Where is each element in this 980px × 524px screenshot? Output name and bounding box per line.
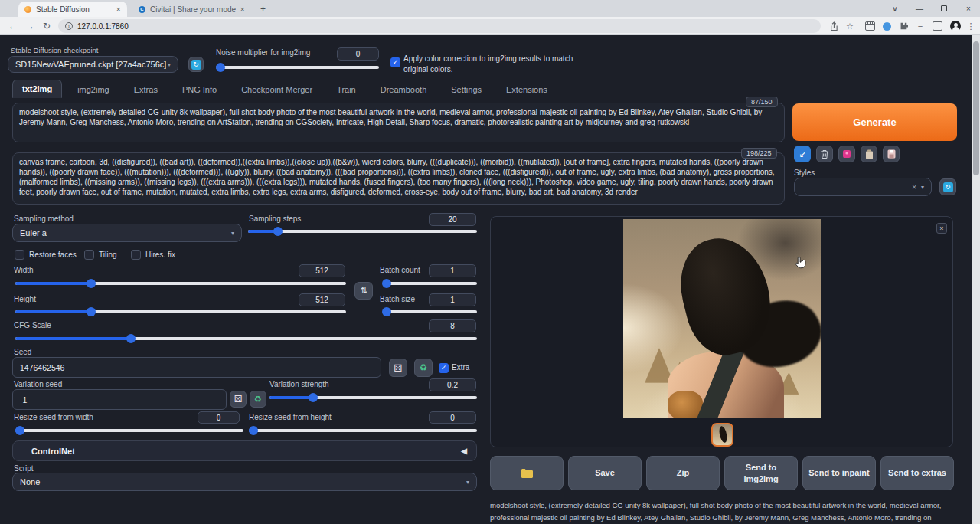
tab-dreambooth[interactable]: Dreambooth <box>371 81 436 98</box>
save-button[interactable]: Save <box>568 456 642 490</box>
clear-styles-icon[interactable]: × <box>912 183 916 192</box>
swap-width-height-button[interactable]: ⇅ <box>354 282 373 300</box>
script-dropdown[interactable]: None ▾ <box>12 473 477 491</box>
tiling-checkbox[interactable] <box>84 250 94 260</box>
sampling-steps-label: Sampling steps <box>249 215 301 223</box>
browser-menu-icon[interactable]: ⋮ <box>963 19 978 33</box>
page-scrollbar[interactable] <box>972 35 980 524</box>
window-minimize-button[interactable]: — <box>908 0 931 17</box>
random-seed-button[interactable]: ⚄ <box>389 359 407 377</box>
extra-seed-label: Extra <box>452 363 469 372</box>
apply-styles-button[interactable] <box>861 146 877 162</box>
bookmark-star-icon[interactable]: ☆ <box>842 19 858 33</box>
batch-count-input[interactable]: 1 <box>429 264 476 277</box>
batch-size-input[interactable]: 1 <box>429 293 476 306</box>
batch-count-slider[interactable] <box>383 282 477 285</box>
reuse-seed-button[interactable]: ♻ <box>414 359 433 377</box>
tab-extras[interactable]: Extras <box>125 81 167 98</box>
window-close-button[interactable]: × <box>957 0 980 17</box>
noise-multiplier-slider[interactable] <box>216 66 379 69</box>
controlnet-accordion[interactable]: ControlNet ◀ <box>12 440 477 461</box>
sampling-method-dropdown[interactable]: Euler a ▾ <box>12 224 242 242</box>
save-floppy-icon <box>887 149 896 159</box>
reuse-variation-seed-button[interactable]: ♻ <box>250 391 266 408</box>
extension-media-icon[interactable] <box>862 19 877 33</box>
sampling-steps-slider[interactable] <box>248 230 477 233</box>
width-slider[interactable] <box>15 282 346 285</box>
zip-button[interactable]: Zip <box>646 456 720 490</box>
negative-prompt-textarea[interactable]: canvas frame, cartoon, 3d, ((disfigured)… <box>12 152 785 205</box>
cfg-scale-slider[interactable] <box>15 337 477 340</box>
mouse-cursor-hand <box>795 256 807 273</box>
tab-extensions[interactable]: Extensions <box>497 81 557 98</box>
generation-info-text: modelshoot style, (extremely detailed CG… <box>490 499 954 523</box>
resize-seed-height-input[interactable]: 0 <box>429 411 476 424</box>
reload-icon[interactable]: ↻ <box>40 19 54 33</box>
color-correction-checkbox[interactable]: ✓ <box>390 57 400 67</box>
noise-multiplier-input[interactable]: 0 <box>337 47 379 61</box>
cfg-scale-input[interactable]: 8 <box>429 319 476 332</box>
prompt-textarea[interactable]: modelshoot style, (extremely detailed CG… <box>12 103 785 142</box>
close-gallery-button[interactable]: × <box>936 223 947 234</box>
height-input[interactable]: 512 <box>299 293 345 306</box>
refresh-checkpoint-button[interactable]: ↻ <box>188 57 204 72</box>
window-chevron-icon[interactable]: ∨ <box>884 0 906 17</box>
dice-icon: ⚄ <box>234 394 242 404</box>
generated-image[interactable] <box>623 219 821 418</box>
tab-png-info[interactable]: PNG Info <box>173 81 226 98</box>
seed-input[interactable]: 1476462546 <box>12 357 381 378</box>
read-generation-params-button[interactable]: ↙ <box>794 146 811 162</box>
scrollbar-thumb[interactable] <box>973 41 979 175</box>
random-variation-seed-button[interactable]: ⚄ <box>230 391 247 408</box>
new-tab-button[interactable]: + <box>257 3 269 15</box>
variation-strength-input[interactable]: 0.2 <box>429 378 476 391</box>
send-to-img2img-button[interactable]: Send to img2img <box>724 456 798 490</box>
refresh-styles-button[interactable]: ↻ <box>939 178 956 195</box>
tab-img2img[interactable]: img2img <box>68 81 119 98</box>
resize-seed-width-input[interactable]: 0 <box>198 411 240 424</box>
height-slider[interactable] <box>15 310 346 313</box>
profile-avatar[interactable] <box>948 19 963 33</box>
restore-faces-checkbox[interactable] <box>15 250 24 260</box>
variation-strength-slider[interactable] <box>270 396 477 399</box>
site-info-icon[interactable]: i <box>65 22 73 30</box>
sampling-steps-input[interactable]: 20 <box>429 213 476 226</box>
side-panel-icon[interactable] <box>929 19 945 33</box>
share-icon[interactable] <box>825 19 841 33</box>
window-restore-button[interactable] <box>933 0 956 17</box>
checkpoint-dropdown[interactable]: SD15NewVAEpruned.ckpt [27a4ac756c] ▾ <box>8 56 178 73</box>
generate-button[interactable]: Generate <box>792 103 957 141</box>
resize-seed-height-slider[interactable] <box>249 429 477 432</box>
resize-seed-width-slider[interactable] <box>15 429 243 432</box>
tab-close-icon[interactable]: × <box>116 5 121 14</box>
address-bar[interactable]: i 127.0.0.1:7860 <box>58 19 821 33</box>
tab-txt2img[interactable]: txt2img <box>12 80 62 98</box>
extra-networks-button[interactable] <box>838 146 855 162</box>
width-input[interactable]: 512 <box>299 264 345 277</box>
extensions-puzzle-icon[interactable] <box>896 19 911 33</box>
gallery-thumbnail-selected[interactable] <box>711 423 733 447</box>
tab-train[interactable]: Train <box>328 81 365 98</box>
reading-list-icon[interactable]: ≡ <box>913 19 928 33</box>
extension-blue-dot-icon[interactable] <box>879 19 894 33</box>
browser-tab-stable-diffusion[interactable]: Stable Diffusion × <box>18 2 127 17</box>
extra-seed-checkbox[interactable]: ✓ <box>439 363 449 373</box>
clear-prompt-button[interactable] <box>816 146 833 162</box>
forward-icon[interactable]: → <box>23 19 37 33</box>
send-to-extras-button[interactable]: Send to extras <box>880 456 954 490</box>
save-style-button[interactable] <box>883 146 900 162</box>
browser-tab-civitai[interactable]: C Civitai | Share your models × <box>132 2 251 17</box>
tab-close-icon[interactable]: × <box>240 5 245 14</box>
styles-dropdown[interactable]: × ▾ <box>794 178 932 196</box>
send-to-inpaint-button[interactable]: Send to inpaint <box>802 456 876 490</box>
tab-settings[interactable]: Settings <box>442 81 491 98</box>
restore-faces-label: Restore faces <box>29 251 77 259</box>
variation-seed-label: Variation seed <box>14 380 62 388</box>
resize-seed-width-label: Resize seed from width <box>14 413 93 421</box>
variation-seed-input[interactable]: -1 <box>12 389 227 410</box>
tab-checkpoint-merger[interactable]: Checkpoint Merger <box>232 81 322 98</box>
back-icon[interactable]: ← <box>6 19 20 33</box>
batch-size-slider[interactable] <box>383 310 477 313</box>
open-folder-button[interactable] <box>490 456 564 490</box>
hires-fix-checkbox[interactable] <box>131 250 141 260</box>
